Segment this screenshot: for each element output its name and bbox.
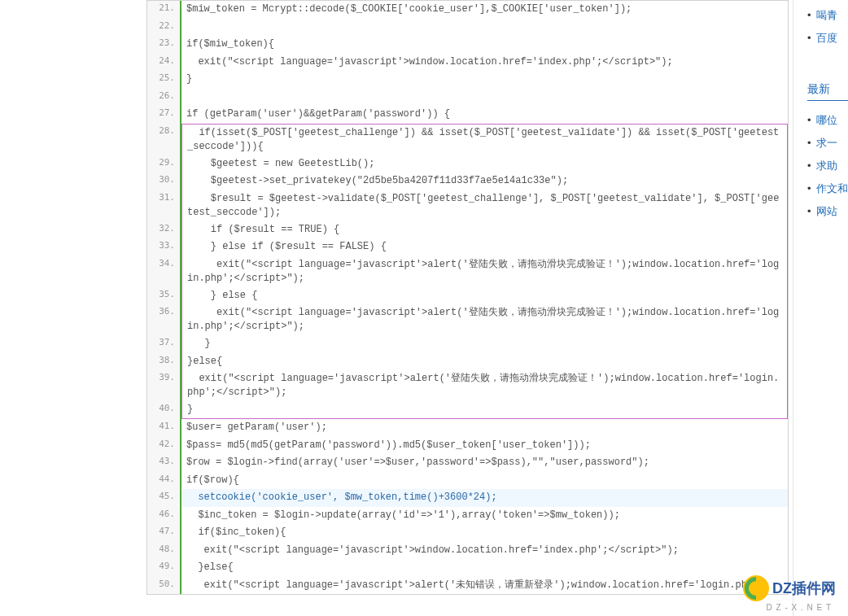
- sidebar-link[interactable]: 求助: [807, 155, 848, 177]
- code-line: 40.}: [147, 401, 788, 419]
- dz-logo-icon: [743, 575, 769, 601]
- line-content[interactable]: }else{: [181, 353, 788, 371]
- code-line: 32. if ($result == TRUE) {: [147, 221, 788, 239]
- sidebar-link[interactable]: 百度: [807, 27, 848, 50]
- code-line: 44.if($row){: [147, 472, 788, 490]
- line-content[interactable]: setcookie('cookie_user', $mw_token,time(…: [181, 489, 788, 507]
- code-line: 37. }: [147, 335, 788, 353]
- line-content[interactable]: }else{: [181, 559, 788, 577]
- line-content[interactable]: } else {: [181, 287, 788, 305]
- code-line: 39. exit("<script language='javascript'>…: [147, 370, 788, 401]
- code-line: 29. $geetest = new GeetestLib();: [147, 155, 788, 173]
- line-content[interactable]: $geetest = new GeetestLib();: [181, 155, 788, 173]
- line-number: 26.: [147, 89, 181, 107]
- line-number: 38.: [147, 353, 181, 371]
- line-number: 29.: [147, 155, 181, 173]
- line-content[interactable]: }: [181, 335, 788, 353]
- code-line: 22.: [147, 19, 788, 37]
- line-number: 41.: [147, 419, 181, 437]
- line-content[interactable]: $result = $geetest->validate($_POST['gee…: [181, 190, 788, 221]
- line-number: 33.: [147, 238, 181, 256]
- line-number: 28.: [147, 124, 181, 155]
- line-content[interactable]: $geetest->set_privatekey("2d5be5ba4207f1…: [181, 173, 788, 190]
- line-content[interactable]: if ($result == TRUE) {: [181, 221, 788, 239]
- line-number: 24.: [147, 54, 181, 72]
- line-content[interactable]: if($inc_token){: [181, 524, 788, 542]
- line-number: 39.: [147, 370, 181, 401]
- code-list: 21.$miw_token = Mcrypt::decode($_COOKIE[…: [147, 1, 788, 594]
- sidebar-link[interactable]: 哪位: [807, 109, 848, 132]
- line-content[interactable]: $user= getParam('user');: [181, 419, 788, 437]
- line-number: 35.: [147, 287, 181, 305]
- line-content[interactable]: [181, 89, 788, 107]
- line-content[interactable]: exit("<script language='javascript'>wind…: [181, 54, 788, 72]
- line-content[interactable]: if($row){: [181, 472, 788, 490]
- line-content[interactable]: [181, 19, 788, 37]
- line-content[interactable]: if(isset($_POST['geetest_challenge']) &&…: [181, 124, 788, 155]
- code-line: 24. exit("<script language='javascript'>…: [147, 54, 788, 72]
- line-content[interactable]: exit("<script language='javascript'>aler…: [181, 256, 788, 287]
- line-content[interactable]: exit("<script language='javascript'>aler…: [181, 370, 788, 401]
- code-line: 50. exit("<script language='javascript'>…: [147, 577, 788, 595]
- line-number: 47.: [147, 524, 181, 542]
- line-number: 30.: [147, 173, 181, 190]
- code-line: 45. setcookie('cookie_user', $mw_token,t…: [147, 489, 788, 507]
- line-number: 37.: [147, 335, 181, 353]
- watermark-subtext: D Z - X . N E T: [767, 603, 832, 612]
- code-line: 41.$user= getParam('user');: [147, 419, 788, 437]
- code-line: 30. $geetest->set_privatekey("2d5be5ba42…: [147, 173, 788, 190]
- line-number: 36.: [147, 304, 181, 335]
- code-line: 38.}else{: [147, 353, 788, 371]
- line-number: 42.: [147, 437, 181, 455]
- code-line: 25.}: [147, 71, 788, 89]
- line-content[interactable]: $pass= md5(md5(getParam('password')).md5…: [181, 437, 788, 455]
- code-line: 35. } else {: [147, 287, 788, 305]
- code-line: 23.if($miw_token){: [147, 36, 788, 54]
- code-line: 42.$pass= md5(md5(getParam('password')).…: [147, 437, 788, 455]
- line-content[interactable]: $inc_token = $login->update(array('id'=>…: [181, 507, 788, 525]
- line-number: 49.: [147, 559, 181, 577]
- code-line: 47. if($inc_token){: [147, 524, 788, 542]
- line-number: 40.: [147, 401, 181, 419]
- sidebar: 喝青百度 最新 哪位求一求助作文和主网站: [799, 0, 848, 616]
- line-number: 44.: [147, 472, 181, 490]
- watermark-logo: DZ插件网: [743, 575, 836, 601]
- line-content[interactable]: $row = $login->find(array('user'=>$user,…: [181, 454, 788, 472]
- code-line: 27.if (getParam('user')&&getParam('passw…: [147, 106, 788, 124]
- line-content[interactable]: $miw_token = Mcrypt::decode($_COOKIE['co…: [181, 1, 788, 19]
- line-content[interactable]: } else if ($result == FALSE) {: [181, 238, 788, 256]
- code-line: 33. } else if ($result == FALSE) {: [147, 238, 788, 256]
- line-content[interactable]: exit("<script language='javascript'>aler…: [181, 304, 788, 335]
- line-number: 34.: [147, 256, 181, 287]
- code-line: 46. $inc_token = $login->update(array('i…: [147, 507, 788, 525]
- line-content[interactable]: if (getParam('user')&&getParam('password…: [181, 106, 788, 124]
- code-line: 26.: [147, 89, 788, 107]
- code-line: 43.$row = $login->find(array('user'=>$us…: [147, 454, 788, 472]
- line-content[interactable]: exit("<script language='javascript'>wind…: [181, 542, 788, 560]
- sidebar-link[interactable]: 求一: [807, 132, 848, 155]
- sidebar-link[interactable]: 作文和主: [807, 177, 848, 200]
- line-content[interactable]: }: [181, 71, 788, 89]
- sidebar-link[interactable]: 网站: [807, 200, 848, 223]
- line-number: 32.: [147, 221, 181, 239]
- sidebar-section-title: 最新: [807, 82, 848, 101]
- line-content[interactable]: if($miw_token){: [181, 36, 788, 54]
- line-content[interactable]: exit("<script language='javascript'>aler…: [181, 577, 788, 595]
- line-number: 22.: [147, 19, 181, 37]
- line-number: 45.: [147, 489, 181, 507]
- sidebar-link[interactable]: 喝青: [807, 4, 848, 27]
- line-content[interactable]: }: [181, 401, 788, 419]
- code-line: 49. }else{: [147, 559, 788, 577]
- line-number: 50.: [147, 577, 181, 595]
- code-line: 28. if(isset($_POST['geetest_challenge']…: [147, 124, 788, 155]
- line-number: 43.: [147, 454, 181, 472]
- code-line: 21.$miw_token = Mcrypt::decode($_COOKIE[…: [147, 1, 788, 19]
- line-number: 46.: [147, 507, 181, 525]
- line-number: 21.: [147, 1, 181, 19]
- line-number: 27.: [147, 106, 181, 124]
- line-number: 31.: [147, 190, 181, 221]
- watermark-text: DZ插件网: [772, 579, 836, 598]
- line-number: 23.: [147, 36, 181, 54]
- line-number: 25.: [147, 71, 181, 89]
- line-number: 48.: [147, 542, 181, 560]
